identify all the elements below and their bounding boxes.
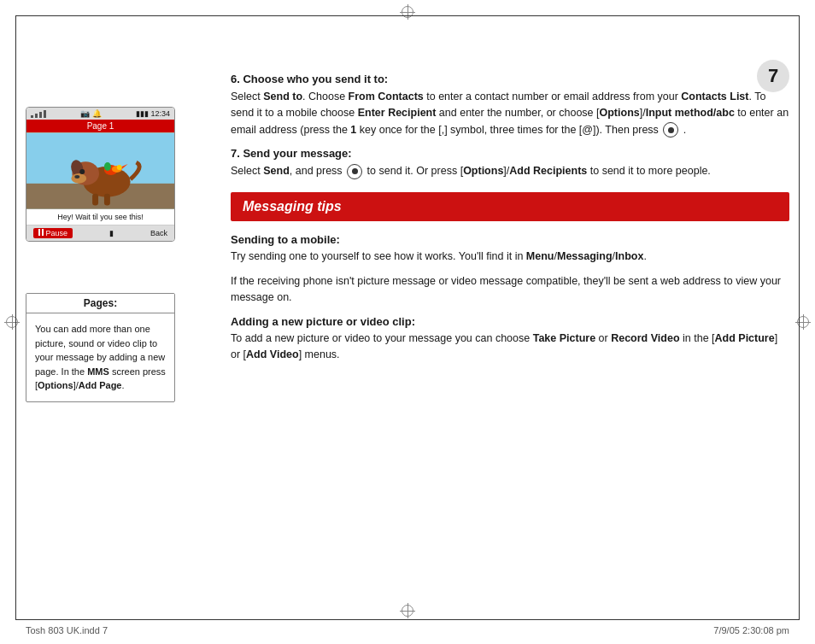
footer-left: Tosh 803 UK.indd 7 — [26, 625, 108, 635]
button-circle-1 — [663, 122, 678, 138]
pause-icon — [38, 229, 44, 236]
footer: Tosh 803 UK.indd 7 7/9/05 2:30:08 pm — [26, 625, 789, 635]
phone-page-label: Page 1 — [87, 121, 114, 131]
section7-heading: 7. Send your message: — [231, 147, 789, 160]
crosshair-right — [795, 314, 811, 330]
svg-point-6 — [74, 175, 79, 179]
svg-point-12 — [104, 162, 111, 171]
section6-body: Select Send to. Choose From Contacts to … — [231, 89, 789, 138]
svg-point-5 — [71, 173, 86, 184]
right-column: 6. Choose who you send it to: Select Sen… — [205, 26, 789, 617]
crosshair-top — [400, 4, 415, 20]
page-border-top — [15, 15, 800, 16]
page-border-right — [799, 15, 800, 620]
phone-footer-bar: Pause ▮ Back — [26, 225, 174, 241]
content-area: 📷 🔔 ▮▮▮ 12:34 Page 1 — [26, 26, 789, 617]
messaging-tips-title: Messaging tips — [243, 199, 342, 214]
phone-signal-icon — [31, 110, 46, 118]
crosshair-left — [4, 314, 20, 330]
tip-sending-body2: If the receiving phone isn't picture mes… — [231, 273, 789, 307]
phone-mockup: 📷 🔔 ▮▮▮ 12:34 Page 1 — [26, 107, 175, 242]
page-border-bottom — [15, 619, 800, 620]
tip-sending-heading: Sending to a mobile: — [231, 233, 789, 246]
svg-rect-8 — [92, 194, 98, 206]
phone-header-bar: Page 1 — [26, 120, 174, 132]
phone-icons: 📷 🔔 — [80, 109, 102, 118]
pages-box-header: Pages: — [26, 294, 174, 313]
left-column: 📷 🔔 ▮▮▮ 12:34 Page 1 — [26, 26, 205, 617]
messaging-tips-bar: Messaging tips — [231, 192, 789, 221]
section6-heading: 6. Choose who you send it to: — [231, 73, 789, 85]
tip-adding-heading: Adding a new picture or video clip: — [231, 315, 789, 328]
phone-image-svg — [26, 132, 174, 209]
phone-caption: Hey! Wait til you see this! — [26, 209, 174, 225]
pause-spacer: ▮ — [109, 229, 114, 237]
svg-rect-9 — [104, 194, 110, 206]
svg-point-13 — [117, 165, 122, 170]
page-border-left — [15, 15, 16, 620]
button-circle-2 — [347, 164, 362, 179]
phone-back-label[interactable]: Back — [150, 229, 167, 237]
phone-status-bar: 📷 🔔 ▮▮▮ 12:34 — [26, 108, 174, 120]
phone-pause-button[interactable]: Pause — [33, 228, 73, 238]
phone-battery-icon: ▮▮▮ 12:34 — [136, 109, 170, 118]
pause-label: Pause — [46, 229, 68, 237]
phone-image-area — [26, 132, 174, 209]
tip-adding-body: To add a new picture or video to your me… — [231, 331, 789, 364]
pages-box: Pages: You can add more than one picture… — [26, 293, 175, 402]
pages-box-content: You can add more than one picture, sound… — [26, 313, 174, 401]
svg-point-7 — [79, 169, 85, 174]
footer-right: 7/9/05 2:30:08 pm — [713, 625, 789, 635]
section7-body: Select Send, and press to send it. Or pr… — [231, 163, 789, 179]
tip-sending-body: Try sending one to yourself to see how i… — [231, 249, 789, 265]
